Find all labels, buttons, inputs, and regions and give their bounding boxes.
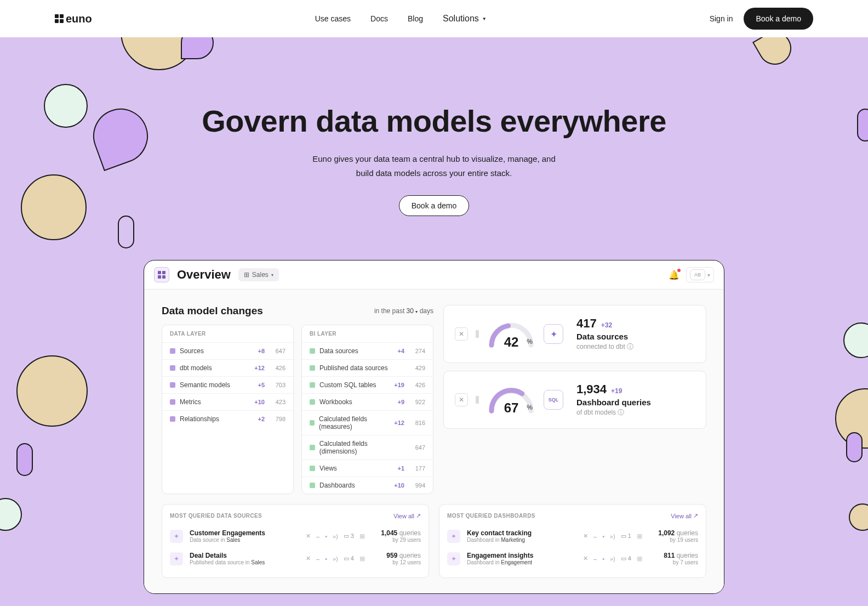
source-icon: ✦ [447, 552, 460, 565]
data-layer-title: DATA LAYER [162, 325, 293, 342]
hero-subtitle: Euno gives your data team a central hub … [187, 152, 681, 180]
layer-icon [170, 399, 175, 405]
queried-dashboards-card: MOST QUERIED DASHBOARDS View all ↗ ✦ Key… [439, 504, 706, 578]
bi-layer-card: BI LAYER Data sources +4274 Published da… [301, 325, 433, 494]
layer-row[interactable]: Views +1177 [302, 460, 433, 477]
logo[interactable]: euno [55, 13, 92, 25]
signal-icon: ») [610, 556, 615, 562]
decorative-shape [118, 216, 134, 248]
close-icon: ✕ [306, 533, 311, 540]
app-title: Overview [177, 268, 231, 282]
decorative-shape [85, 101, 156, 171]
decorative-shape [849, 503, 868, 531]
app-screenshot: Overview ⊞ Sales ▾ 🔔 AB ▾ Data mod [144, 260, 724, 594]
chart-icon: ▦ [637, 533, 642, 540]
layer-icon [310, 483, 315, 488]
main-nav: Use cases Docs Blog Solutions ▼ [315, 14, 487, 24]
nav-use-cases[interactable]: Use cases [315, 14, 351, 23]
view-all-link[interactable]: View all ↗ [393, 512, 421, 519]
nav-solutions[interactable]: Solutions ▼ [443, 14, 487, 24]
arrow-icon: ↗ [416, 512, 421, 519]
signal-icon: ») [610, 533, 615, 540]
gauge-icon: 42% [487, 320, 536, 348]
query-row[interactable]: ✦ Key contact trackingDashboard in Marke… [447, 525, 698, 547]
stat-card-sources: ✕ 42% ✦ 417+32 Data sources connected to [443, 305, 706, 363]
close-icon: ✕ [306, 555, 311, 562]
layer-row[interactable]: Sources +8647 [162, 342, 293, 359]
avatar[interactable]: AB [690, 269, 705, 280]
chart-icon: ▦ [359, 555, 365, 562]
stats-column: ✕ 42% ✦ 417+32 Data sources connected to [443, 305, 706, 429]
decorative-shape [181, 37, 214, 59]
layer-row[interactable]: Data sources +4274 [302, 342, 433, 359]
layer-icon [310, 365, 315, 371]
logo-text: euno [66, 13, 92, 25]
layer-row[interactable]: Metrics +10423 [162, 393, 293, 410]
decorative-shape [846, 432, 863, 462]
view-all-link[interactable]: View all ↗ [671, 512, 698, 519]
layer-row[interactable]: Calculated fields (dimensions) 647 [302, 435, 433, 460]
app-header: Overview ⊞ Sales ▾ 🔔 AB ▾ [144, 260, 724, 290]
stat-card-queries: ✕ 67% SQL 1,934+19 Dashboard queries of [443, 371, 706, 429]
layer-icon [310, 348, 315, 354]
bi-layer-title: BI LAYER [302, 325, 433, 342]
hero-section: Govern data models everywhere Euno gives… [0, 37, 868, 606]
site-header: euno Use cases Docs Blog Solutions ▼ Sig… [0, 0, 868, 37]
badge: ▭ 4 [621, 555, 631, 562]
query-row[interactable]: ✦ Engagement insightsDashboard in Engage… [447, 547, 698, 570]
layer-row[interactable]: Dashboards +10994 [302, 477, 433, 494]
layer-icon [310, 466, 315, 471]
badge: ▭ 3 [344, 533, 354, 540]
hero-title: Govern data models everywhere [187, 103, 681, 139]
layer-row[interactable]: Semantic models +5703 [162, 376, 293, 393]
decorative-shape [16, 355, 88, 427]
query-row[interactable]: ✦ Customer EngagementsData source in Sal… [170, 525, 421, 547]
close-icon: ✕ [583, 555, 588, 562]
layer-row[interactable]: Relationships +2798 [162, 410, 293, 427]
sign-in-link[interactable]: Sign in [710, 14, 733, 23]
nav-docs[interactable]: Docs [370, 14, 388, 23]
decorative-shape [44, 84, 88, 128]
chevron-down-icon: ▾ [271, 273, 273, 277]
changes-title: Data model changes [162, 305, 263, 317]
signal-icon: ») [333, 556, 338, 562]
decorative-shape [752, 37, 797, 71]
book-demo-button[interactable]: Book a demo [744, 8, 813, 30]
close-icon[interactable]: ✕ [455, 327, 468, 341]
chevron-down-icon: ▼ [482, 16, 487, 21]
grid-icon: ⊞ [244, 271, 249, 279]
timespan-dropdown[interactable]: 30 ▾ [407, 307, 418, 315]
layer-row[interactable]: Custom SQL tables +19426 [302, 376, 433, 393]
layer-row[interactable]: Published data sources 429 [302, 359, 433, 376]
app-logo-icon[interactable] [154, 267, 169, 282]
layer-icon [170, 382, 175, 388]
hero-cta-button[interactable]: Book a demo [399, 195, 470, 216]
signal-icon: ») [333, 533, 338, 540]
info-icon[interactable]: ⓘ [618, 409, 624, 416]
close-icon[interactable]: ✕ [455, 393, 468, 406]
timespan-selector: in the past 30 ▾ days [374, 307, 433, 315]
sql-icon: SQL [544, 390, 563, 410]
layer-row[interactable]: dbt models +12426 [162, 359, 293, 376]
decorative-shape [843, 322, 868, 358]
header-right: Sign in Book a demo [710, 8, 813, 30]
gauge-icon: 67% [487, 386, 536, 414]
layer-row[interactable]: Calculated fields (measures) +12816 [302, 410, 433, 435]
layer-icon [170, 348, 175, 354]
layer-row[interactable]: Workbooks +9922 [302, 393, 433, 410]
layer-icon [310, 420, 315, 426]
info-icon[interactable]: ⓘ [627, 343, 633, 350]
badge: ▭ 4 [344, 555, 354, 562]
filter-dropdown[interactable]: ⊞ Sales ▾ [238, 268, 279, 281]
chart-icon: ▦ [637, 555, 642, 562]
logo-icon [55, 14, 64, 23]
nav-blog[interactable]: Blog [408, 14, 423, 23]
decorative-shape [16, 443, 33, 476]
layer-icon [310, 382, 315, 388]
notification-bell-icon[interactable]: 🔔 [669, 270, 679, 280]
data-layer-card: DATA LAYER Sources +8647 dbt models +124… [162, 325, 294, 494]
query-row[interactable]: ✦ Deal DetailsPublished data source in S… [170, 547, 421, 570]
changes-section: Data model changes in the past 30 ▾ days… [162, 305, 433, 494]
queried-sources-card: MOST QUERIED DATA SOURCES View all ↗ ✦ C… [162, 504, 429, 578]
close-icon: ✕ [583, 533, 588, 540]
